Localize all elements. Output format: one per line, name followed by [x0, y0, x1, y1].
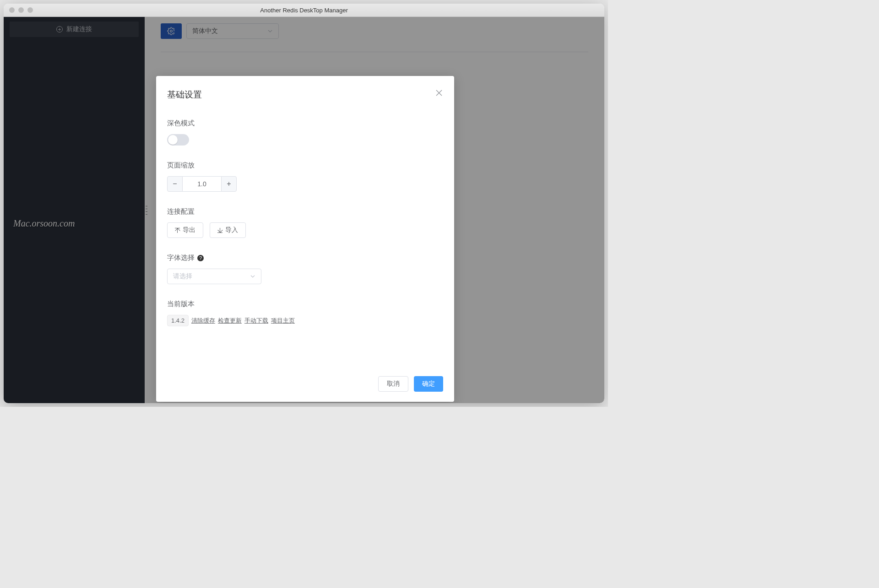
close-window-icon[interactable] — [9, 7, 15, 13]
dialog-title: 基础设置 — [167, 89, 202, 101]
settings-dialog: 基础设置 深色模式 页面缩放 − + 连接配置 — [156, 76, 454, 402]
zoom-window-icon[interactable] — [27, 7, 33, 13]
import-button[interactable]: 导入 — [210, 222, 246, 238]
project-home-link[interactable]: 项目主页 — [271, 317, 295, 325]
window-title: Another Redis DeskTop Manager — [4, 7, 604, 14]
font-placeholder: 请选择 — [173, 272, 192, 281]
manual-download-link[interactable]: 手动下载 — [244, 317, 268, 325]
import-label: 导入 — [225, 226, 238, 234]
zoom-section: 页面缩放 − + — [167, 161, 443, 192]
clear-cache-link[interactable]: 清除缓存 — [191, 317, 215, 325]
font-select[interactable]: 请选择 — [167, 269, 261, 284]
zoom-label: 页面缩放 — [167, 161, 443, 170]
titlebar: Another Redis DeskTop Manager — [4, 4, 604, 17]
window-controls — [9, 7, 33, 13]
export-label: 导出 — [183, 226, 195, 234]
export-button[interactable]: 导出 — [167, 222, 203, 238]
connection-config-label: 连接配置 — [167, 207, 443, 216]
dark-mode-toggle[interactable] — [167, 134, 189, 146]
chevron-down-icon — [250, 274, 255, 279]
font-label: 字体选择 ? — [167, 254, 443, 262]
ok-button[interactable]: 确定 — [414, 376, 443, 392]
close-icon[interactable] — [435, 89, 443, 97]
cancel-button[interactable]: 取消 — [378, 376, 408, 392]
connection-config-section: 连接配置 导出 导入 — [167, 207, 443, 238]
upload-icon — [175, 228, 180, 233]
zoom-decrease-button[interactable]: − — [167, 176, 183, 192]
app-window: Another Redis DeskTop Manager 新建连接 简体中文 — [4, 4, 604, 403]
version-label: 当前版本 — [167, 300, 443, 308]
font-section: 字体选择 ? 请选择 — [167, 254, 443, 284]
check-update-link[interactable]: 检查更新 — [218, 317, 242, 325]
version-tag: 1.4.2 — [167, 315, 189, 326]
zoom-input[interactable] — [183, 176, 221, 192]
zoom-stepper: − + — [167, 176, 443, 192]
zoom-increase-button[interactable]: + — [221, 176, 237, 192]
help-icon[interactable]: ? — [197, 255, 204, 261]
dark-mode-label: 深色模式 — [167, 119, 443, 128]
minimize-window-icon[interactable] — [18, 7, 24, 13]
version-section: 当前版本 1.4.2 清除缓存 检查更新 手动下载 项目主页 — [167, 300, 443, 326]
download-icon — [217, 228, 222, 233]
dark-mode-section: 深色模式 — [167, 119, 443, 146]
